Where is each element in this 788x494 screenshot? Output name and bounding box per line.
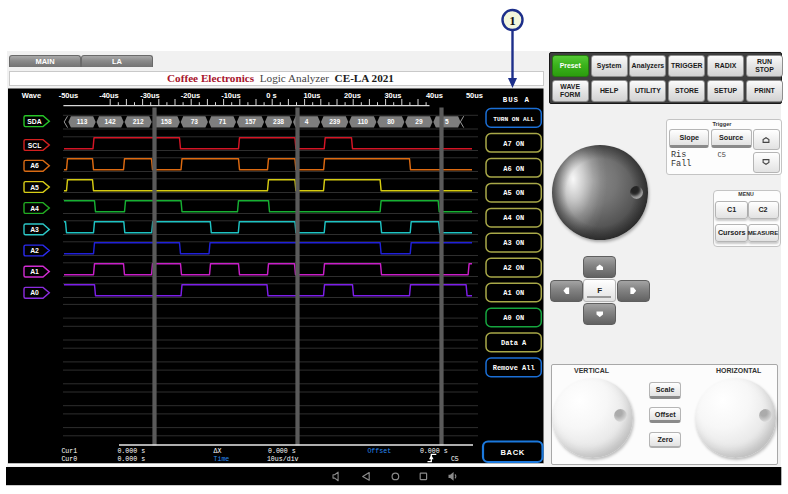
svg-text:10us/div: 10us/div — [267, 456, 299, 463]
svg-text:0 s: 0 s — [266, 91, 276, 100]
svg-text:40us: 40us — [426, 91, 443, 100]
svg-text:C5: C5 — [451, 456, 459, 463]
svg-text:10us: 10us — [303, 91, 320, 100]
svg-text:212: 212 — [133, 118, 144, 125]
svg-text:A3 ON: A3 ON — [503, 239, 524, 247]
svg-text:Data A: Data A — [501, 339, 527, 347]
svg-text:50us: 50us — [466, 91, 483, 100]
svg-text:SCL: SCL — [28, 142, 42, 149]
svg-text:73: 73 — [191, 118, 199, 125]
svg-text:A1: A1 — [30, 268, 39, 275]
svg-text:239: 239 — [329, 118, 340, 125]
svg-text:Wave: Wave — [22, 91, 41, 100]
svg-text:-40us: -40us — [99, 91, 119, 100]
svg-text:158: 158 — [161, 118, 172, 125]
svg-text:0.000 s: 0.000 s — [117, 456, 145, 463]
svg-text:-10us: -10us — [221, 91, 241, 100]
svg-text:A2 ON: A2 ON — [503, 264, 524, 272]
svg-text:Offset: Offset — [367, 448, 391, 455]
svg-text:A6 ON: A6 ON — [503, 165, 524, 173]
svg-text:1: 1 — [509, 13, 516, 28]
svg-text:29: 29 — [415, 118, 423, 125]
svg-text:110: 110 — [357, 118, 368, 125]
svg-text:A5: A5 — [30, 184, 39, 191]
svg-text:A7 ON: A7 ON — [503, 140, 524, 148]
svg-text:Time: Time — [214, 456, 230, 463]
svg-text:A0: A0 — [30, 289, 39, 296]
svg-text:238: 238 — [273, 118, 284, 125]
svg-text:A2: A2 — [30, 247, 39, 254]
svg-text:157: 157 — [245, 118, 256, 125]
svg-text:A6: A6 — [30, 162, 39, 169]
svg-text:4: 4 — [305, 118, 309, 125]
svg-text:5: 5 — [445, 118, 449, 125]
svg-text:-50us: -50us — [59, 91, 79, 100]
svg-text:A1 ON: A1 ON — [503, 289, 524, 297]
svg-text:A4: A4 — [30, 205, 39, 212]
svg-text:113: 113 — [77, 118, 88, 125]
svg-text:-30us: -30us — [140, 91, 160, 100]
svg-text:BUS A: BUS A — [503, 96, 530, 104]
svg-text:A5 ON: A5 ON — [503, 189, 524, 197]
svg-text:A0 ON: A0 ON — [503, 314, 524, 322]
svg-text:80: 80 — [387, 118, 395, 125]
svg-text:71: 71 — [219, 118, 227, 125]
svg-text:TURN ON ALL: TURN ON ALL — [493, 116, 534, 123]
svg-text:142: 142 — [105, 118, 116, 125]
svg-text:30us: 30us — [384, 91, 401, 100]
svg-text:-20us: -20us — [181, 91, 201, 100]
svg-text:A3: A3 — [30, 226, 39, 233]
svg-text:20us: 20us — [344, 91, 361, 100]
svg-text:ΔX: ΔX — [214, 448, 222, 455]
svg-text:0.000 s: 0.000 s — [268, 448, 296, 455]
svg-text:Remove All: Remove All — [493, 364, 535, 372]
svg-text:BACK: BACK — [501, 448, 525, 457]
svg-text:Cur0: Cur0 — [61, 456, 77, 463]
svg-text:0.000 s: 0.000 s — [117, 448, 145, 455]
svg-text:SDA: SDA — [27, 118, 41, 125]
svg-text:A4 ON: A4 ON — [503, 214, 524, 222]
svg-text:Cur1: Cur1 — [61, 448, 77, 455]
